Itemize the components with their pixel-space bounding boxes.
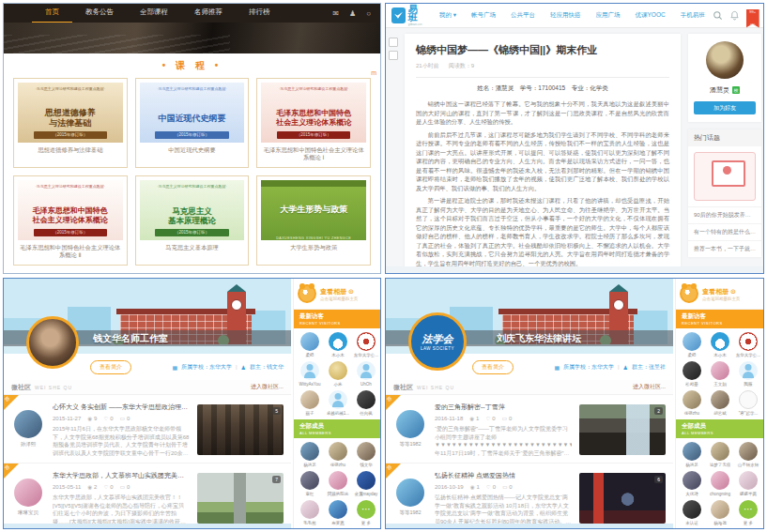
search-icon[interactable]: ○ [366, 9, 371, 18]
visitor-item[interactable]: 卓越机械1... [324, 390, 352, 416]
messages-ribbon-icon[interactable]: 99+ ✉ [746, 9, 759, 28]
recent-visitors-label: 最新访客 [299, 312, 376, 321]
post-thumbnail[interactable]: 6 [579, 473, 666, 524]
member-name: 更 多 [352, 521, 380, 525]
post-author-avatar[interactable] [14, 410, 42, 438]
nav-item[interactable]: 全部课程 [127, 3, 181, 23]
visitor-item[interactable]: 丽子 [296, 390, 324, 416]
hot-topic-item[interactable]: 推荐一本书，一下子就… [688, 240, 761, 257]
post-author-name: 等等1982 [393, 441, 427, 448]
course-card[interactable]: ·马克思主义理论研究和建设工程重点教材· 毛泽东思想和中国特色 社会主义理论体系… [13, 175, 128, 266]
nav-item[interactable]: 应用广场 [588, 11, 627, 20]
post-thumbnail[interactable]: 2 [579, 404, 666, 455]
nav-item[interactable]: 公共平台 [503, 11, 543, 20]
post-author-avatar[interactable] [14, 479, 42, 507]
visitor-name: "君"起学... [734, 411, 762, 416]
post-thumbnail[interactable]: 5 [197, 404, 284, 455]
group-avatar[interactable] [26, 316, 79, 369]
post-author-avatar[interactable] [396, 410, 424, 438]
visitor-item[interactable]: 木小木 [324, 332, 352, 357]
member-item[interactable]: 杨洪足 [678, 442, 706, 467]
visitor-item[interactable]: 陶薇 [734, 361, 762, 387]
member-item[interactable]: 未认证 [678, 500, 706, 525]
view-intro-button[interactable]: 查看简介 [472, 360, 514, 374]
law-society-logo-en: LAW SOCIETY [421, 346, 454, 351]
bell-icon[interactable] [729, 10, 740, 21]
nav-item[interactable]: 我的 ▾ [432, 11, 464, 20]
member-item[interactable]: 阿姨的阳光 [324, 471, 352, 496]
member-item[interactable]: 更 多 [352, 500, 380, 525]
visitor-item[interactable]: 小米 [324, 361, 352, 387]
nav-item[interactable]: 排行榜 [236, 3, 284, 23]
nav-item[interactable]: 帐号广场 [464, 11, 503, 20]
enter-community-link[interactable]: 进入微社区... [633, 383, 666, 391]
view-intro-button[interactable]: 查看简介 [90, 360, 131, 374]
hot-topic-item[interactable]: 90后的你开始脱发养生… [688, 206, 761, 223]
course-card[interactable]: ·马克思主义理论研究和建设工程重点教材· 马克思主义 基本原理概论 （2015年… [135, 175, 250, 266]
yiban-logo[interactable]: 易班 yiban.cn [391, 5, 424, 26]
user-icon[interactable]: ♟ [349, 9, 356, 18]
course-card[interactable]: ·马克思主义理论研究和建设工程重点教材· 中国近现代史纲要 （2015年修订版）… [135, 78, 250, 168]
view-album-card[interactable]: 查看相册 ⊙ 点击返回相册群主页 [676, 279, 764, 310]
member-item[interactable]: 暖暖半两 [734, 471, 762, 496]
member-item[interactable]: chongming [706, 471, 734, 496]
member-item[interactable]: 金属mayday [352, 471, 380, 496]
visitor-item[interactable]: 张强zhu [678, 390, 706, 416]
search-icon[interactable] [713, 10, 723, 21]
visitor-item[interactable]: UhOh [352, 361, 380, 387]
visitor-item[interactable]: 东华大学公... [734, 332, 762, 357]
school-link[interactable]: 所属学校：东华大学 [181, 363, 232, 372]
visitor-item[interactable]: 东华大学公... [352, 332, 380, 357]
member-item[interactable]: 追梦了无痕 [706, 442, 734, 467]
comment-icon[interactable] [389, 51, 398, 60]
course-card[interactable]: 大学生形势与政策 DAXUESHENG XINGSHI YU ZHENGCE 大… [256, 175, 371, 266]
course-card[interactable]: ·马克思主义理论研究和建设工程重点教材· 思想道德修养 与法律基础 （2015年… [13, 78, 128, 168]
group-avatar[interactable]: 法学会 LAW SOCIETY [408, 312, 467, 371]
add-friend-button[interactable]: 加为好友 [694, 101, 756, 114]
owner-link[interactable]: 群主：张呈祥 [632, 363, 666, 372]
member-item[interactable]: 杨海远 [706, 500, 734, 525]
member-item[interactable]: 山不转水转 [734, 442, 762, 467]
author-avatar[interactable] [706, 41, 744, 79]
member-item[interactable]: 杨洪足 [296, 442, 324, 467]
nav-item[interactable]: 轻应用快搭 [543, 11, 589, 20]
nav-item[interactable]: 教务公告 [72, 3, 127, 23]
post-title[interactable]: 爱的三角形解密--丁雪萍 [435, 403, 572, 412]
member-item[interactable]: 章红 [296, 471, 324, 496]
post-thumbnail[interactable]: 7 [197, 473, 284, 524]
visitor-item[interactable]: WittyAsYou [296, 361, 324, 387]
post-title[interactable]: 心怀大义 务实创新 ——东华大学思想政治理论实践教育活动 [53, 403, 190, 412]
visitor-item[interactable]: 任向枫 [352, 390, 380, 416]
nav-item[interactable]: 手机易班 [673, 11, 713, 20]
member-item[interactable]: 张强zhu [324, 442, 352, 467]
all-members-label: 全部成员 [682, 422, 759, 431]
nav-item[interactable]: 优课YOOC [627, 11, 672, 20]
mail-icon[interactable]: ✉ [332, 9, 339, 18]
owner-link[interactable]: 群主：钱文华 [250, 363, 284, 372]
nav-item[interactable]: 名师推荐 [181, 3, 236, 23]
visitor-item[interactable]: 柔橙 [678, 332, 706, 357]
hot-topic-item[interactable]: 有一个特有的姓是什么… [688, 223, 761, 240]
visitor-item[interactable]: 柔橙 [296, 332, 324, 357]
visitor-item[interactable]: 胡艺斌 [706, 390, 734, 416]
enter-community-link[interactable]: 进入微社区... [251, 383, 284, 391]
view-album-card[interactable]: 查看相册 ⊙ 点击返回相册群主页 [294, 279, 381, 310]
post-title[interactable]: 东华大学思政部，人文慕班琴山实践团完美收官！！ [53, 471, 190, 480]
more-link[interactable]: m [371, 69, 376, 76]
member-item[interactable]: 更 多 [734, 500, 762, 525]
school-link[interactable]: 所属学校：东华大学 [563, 363, 614, 372]
visitor-item[interactable]: 木小木 [706, 332, 734, 357]
gallery-icon[interactable] [389, 38, 398, 47]
post-author-avatar[interactable] [396, 479, 424, 507]
visitor-item[interactable]: 王文娟 [706, 361, 734, 387]
course-card[interactable]: ·马克思主义理论研究和建设工程重点教材· 毛泽东思想和中国特色 社会主义理论体系… [256, 78, 371, 168]
member-item[interactable]: 布莱恩 [324, 500, 352, 525]
visitor-item[interactable]: 松相册 [678, 361, 706, 387]
community-section-header: 微社区 WEI SHE QU 进入微社区... [386, 380, 673, 395]
visitor-item[interactable]: "君"起学... [734, 390, 762, 416]
member-item[interactable]: 大优游 [678, 471, 706, 496]
member-item[interactable]: 钱文华 [352, 442, 380, 467]
nav-item[interactable]: 首页 [32, 3, 72, 23]
member-item[interactable]: 毛毛熊 [296, 500, 324, 525]
post-title[interactable]: 弘扬长征精神 点燃爱国热情 [435, 471, 572, 480]
